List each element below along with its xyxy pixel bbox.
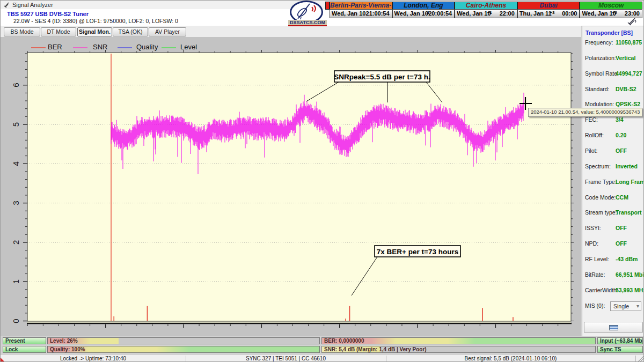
field-label: Frequency: [585, 39, 613, 46]
mode-tabbar: BS ModeDT ModeSignal Mon.TSA (OK)AV Play… [1, 26, 581, 38]
field-carrierwidth: CarrierWidth:53,993 MHz [582, 287, 644, 294]
tab-dt-mode[interactable]: DT Mode [41, 27, 76, 36]
clock-date: Wed, Jan 10 [582, 10, 616, 18]
tab-av-player[interactable]: AV Player [149, 27, 186, 36]
dxsatcs-logo: DXSATCS.COM [288, 1, 327, 26]
statusbar-divider [635, 356, 636, 362]
signal-analyzer-window: Signal Analyzer TBS 5927 USB DVB-S2 Tune… [0, 0, 644, 362]
field-value: 66,951 Mbit/s [616, 271, 644, 278]
mis-selected-value: Single [613, 303, 629, 309]
clock-hhmm: 20:00:54 [428, 10, 452, 18]
clock-date: Wed, Jan 10 [332, 10, 365, 18]
field-value: Long Frame [616, 179, 644, 185]
field-spectrum: Spectrum:Inverted [582, 163, 644, 170]
input-indicator: Input (~63,84 Mbps) [597, 337, 643, 344]
clock-utc-offset: +2 [612, 9, 617, 17]
resize-grip[interactable] [638, 356, 643, 361]
y-axis-label: 5 [11, 122, 20, 127]
field-bitrate: BitRate:66,951 Mbit/s [582, 271, 644, 278]
field-stream-type: Stream type:Transport [582, 209, 644, 216]
snr-bar: SNR: 5,4 dB (Margin: 1,4 dB | Very Poor) [321, 346, 596, 353]
y-axis-label: 2 [11, 240, 20, 245]
signal-chart[interactable]: 0123456SNRpeak=5.5 dB per t=73 h.7x BER+… [1, 37, 581, 336]
field-value: QPSK-S2 [616, 101, 640, 107]
annotation-ber-text: 7x BER+ per t=73 hours [377, 248, 458, 256]
chart-tooltip: 2024-01-10 21.00.54, value: 5,4000000953… [528, 108, 642, 117]
clock-hhmm: 21:00:54 [366, 10, 390, 18]
field-value: CCM [616, 194, 628, 201]
tab-signal-mon[interactable]: Signal Mon. [77, 27, 112, 36]
field-label: FEC: [585, 116, 598, 123]
clock-time: Wed, Jan 1021:00:54 [330, 9, 392, 18]
satellite-icon [4, 2, 10, 8]
clock-time: Thu, Jan 11+300:00 [517, 9, 580, 18]
clock-moscow: MoscowWed, Jan 10+223:00 [580, 2, 642, 18]
level-bar: Level: 26% [47, 337, 320, 344]
field-label: Modulation: [585, 101, 614, 107]
clock-time: Wed, Jan 10-120:00:54 [392, 9, 455, 18]
field-frequency: Frequency:11050,875 MHz [582, 39, 644, 46]
tab-bs-mode[interactable]: BS Mode [4, 27, 40, 36]
clock-city-label: London, Eng [392, 2, 455, 10]
annotation-snrpeak-text: SNRpeak=5.5 dB per t=73 h. [334, 73, 430, 81]
clock-city-label: Berlin-Paris-Vienna-Roma [330, 2, 392, 10]
window-title: Signal Analyzer [12, 2, 53, 8]
field-label: Spectrum: [585, 163, 611, 169]
field-symbol-rate: Symbol Rate:44994,727 KS/s [582, 70, 644, 77]
clock-berlin-paris-vienna-roma: Berlin-Paris-Vienna-RomaWed, Jan 1021:00… [330, 2, 392, 18]
field-label: Stream type: [585, 209, 617, 216]
mis-select[interactable]: Single ▾ [610, 301, 641, 311]
clock-city-label: Moscow [580, 2, 642, 10]
status-counters: SYNC 327 | TEI 5051 | CC 46610 [186, 354, 386, 362]
ber-bar: BER: 0,0000000 [321, 337, 596, 344]
tab-tsa-ok[interactable]: TSA (OK) [113, 27, 148, 36]
clock-date: Thu, Jan 11 [519, 10, 552, 18]
transponder-list-button[interactable] [584, 322, 643, 333]
field-value: OFF [616, 147, 627, 154]
clock-city-label: Cairo-Athens [455, 2, 517, 10]
clock-hhmm: 00:00 [562, 10, 577, 18]
sidebar-title: Transponder [BS] [586, 29, 633, 36]
field-label: Frame Type: [585, 179, 617, 185]
plot-area[interactable] [27, 53, 571, 324]
y-axis-label: 6 [11, 83, 20, 87]
statusbar-divider [386, 356, 386, 362]
field-pilot: Pilot:OFF [582, 147, 644, 154]
field-value: OFF [616, 240, 627, 247]
clock-city-label: Dubai [517, 2, 580, 10]
field-value: -43 dBm [616, 256, 638, 262]
y-axis-label: 0 [11, 319, 20, 323]
clock-date: Wed, Jan 10 [457, 10, 491, 18]
field-label: RF Level: [585, 256, 609, 262]
clock-cairo-athens: Cairo-AthensWed, Jan 10+122:00 [455, 2, 517, 18]
list-icon [609, 325, 618, 330]
field-label: Symbol Rate: [585, 70, 619, 77]
clock-time: Wed, Jan 10+122:00 [455, 9, 517, 18]
quality-bar: Quality: 100% [47, 346, 320, 353]
field-label: ISSYI: [585, 225, 601, 231]
field-polarization: Polarization:Vertical [582, 55, 644, 62]
field-value: Transport [616, 209, 641, 216]
clock-london-eng: London, EngWed, Jan 10-120:00:54 [392, 2, 455, 18]
clock-hhmm: 23:00 [625, 10, 640, 18]
field-fec: FEC:3/4 [582, 116, 644, 123]
present-indicator: Present [3, 337, 46, 344]
field-value: Vertical [616, 55, 635, 61]
clock-hhmm: 22:00 [500, 10, 515, 18]
chart-panel: BERSNRQualityLevel 0123456SNRpeak=5.5 dB… [1, 37, 581, 336]
field-standard: Standard:DVB-S2 [582, 86, 644, 93]
field-label: RollOff: [585, 132, 604, 138]
field-modulation: Modulation:QPSK-S2 [582, 101, 644, 108]
field-label: Standard: [585, 86, 610, 92]
sync-ts-indicator: Sync TS [597, 346, 643, 353]
clock-dubai: DubaiThu, Jan 11+300:00 [517, 2, 580, 18]
clock-date: Wed, Jan 10 [394, 10, 428, 18]
red-wedge-icon [1, 358, 5, 362]
field-value: 3/4 [616, 116, 624, 123]
tuner-title: TBS 5927 USB DVB-S2 Tuner [7, 11, 89, 17]
field-value: 53,993 MHz [616, 287, 644, 293]
statusbar-divider [186, 356, 186, 362]
logo-text: DXSATCS.COM [288, 20, 327, 26]
field-label: Polarization: [585, 55, 616, 61]
clock-time: Wed, Jan 10+223:00 [580, 9, 642, 18]
